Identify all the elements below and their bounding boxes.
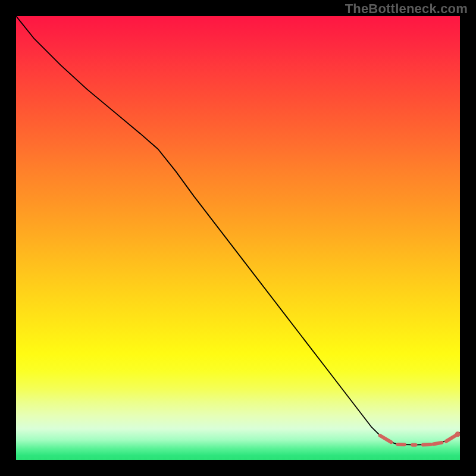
plot-area (16, 16, 460, 460)
svg-line-0 (380, 436, 392, 442)
watermark-text: TheBottleneck.com (345, 1, 468, 17)
end-dot (455, 431, 460, 437)
svg-line-5 (446, 434, 458, 441)
svg-line-4 (433, 443, 441, 444)
bottleneck-curve (16, 16, 460, 445)
chart-overlay (16, 16, 460, 460)
flat-region-dashes (380, 434, 458, 445)
svg-line-3 (423, 444, 431, 445)
